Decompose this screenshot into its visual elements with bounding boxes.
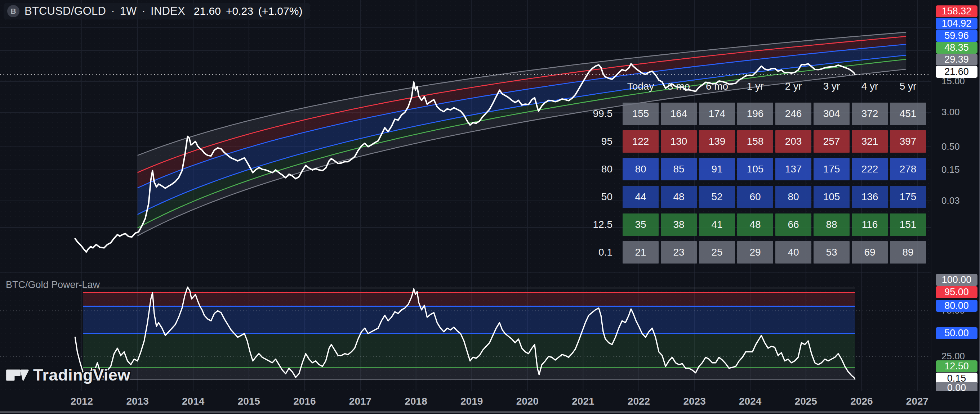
table-column-header: 1 yr <box>737 81 773 92</box>
table-cell: 41 <box>699 214 735 236</box>
table-column-header: 2 yr <box>775 81 811 92</box>
time-axis[interactable]: 2012201320142015201620172018201920202021… <box>0 391 980 414</box>
table-cell: 29 <box>737 241 773 263</box>
table-cell: 155 <box>623 103 659 125</box>
price-axis-badge: 59.96 <box>936 30 977 42</box>
price-axis-tick: 3.00 <box>942 106 960 118</box>
table-cell: 397 <box>890 130 926 153</box>
time-axis-year-label: 2020 <box>516 396 539 407</box>
table-cell: 44 <box>623 186 659 208</box>
table-cell: 38 <box>661 214 697 236</box>
table-cell: 136 <box>852 186 888 208</box>
price-axis-badge: 21.60 <box>936 66 977 78</box>
table-cell: 151 <box>890 214 926 236</box>
table-cell: 105 <box>813 186 850 208</box>
table-cell: 175 <box>890 186 926 208</box>
table-cell: 40 <box>775 241 811 263</box>
window-bottom-edge <box>0 411 980 412</box>
price-axis-badge: 95.00 <box>936 286 977 298</box>
time-axis-year-label: 2015 <box>238 396 260 407</box>
time-axis-year-label: 2019 <box>460 396 483 407</box>
table-cell: 48 <box>737 214 773 236</box>
pane-separator[interactable] <box>0 273 931 273</box>
table-cell: 122 <box>623 130 659 153</box>
symbol-header[interactable]: B BTCUSD/GOLD · 1W · INDEX 21.60 +0.23 (… <box>3 3 310 19</box>
table-cell: 25 <box>699 241 735 263</box>
price-axis-badge: 158.32 <box>936 5 977 17</box>
price-axis-badge: 12.50 <box>936 360 977 372</box>
price-axis-tick: 0.15 <box>942 164 960 175</box>
price-axis-tick: 0.50 <box>942 141 960 152</box>
indicator-label[interactable]: BTC/Gold Power-Law <box>6 279 100 290</box>
table-cell: 196 <box>737 103 773 125</box>
tradingview-logo-text: TradingView <box>33 366 130 384</box>
table-cell: 53 <box>813 241 850 263</box>
last-price: 21.60 <box>194 5 221 17</box>
tradingview-logo[interactable]: TradingView <box>6 366 130 384</box>
table-cell: 164 <box>661 103 697 125</box>
table-column-header: Today <box>623 81 659 92</box>
table-cell: 21 <box>623 241 659 263</box>
table-row-label: 0.1 <box>587 241 620 263</box>
tradingview-chart-window: B BTCUSD/GOLD · 1W · INDEX 21.60 +0.23 (… <box>0 0 980 414</box>
time-axis-year-label: 2021 <box>572 396 594 407</box>
table-cell: 60 <box>737 186 773 208</box>
table-cell: 80 <box>775 186 811 208</box>
price-axis-badge: 104.92 <box>936 17 977 30</box>
price-change: +0.23 <box>226 5 253 17</box>
oscillator-band-fill <box>83 334 855 368</box>
table-cell: 174 <box>699 103 735 125</box>
time-axis-year-label: 2026 <box>850 396 873 407</box>
table-cell: 203 <box>775 130 811 153</box>
broker-logo-icon[interactable]: B <box>7 5 19 17</box>
table-cell: 66 <box>775 214 811 236</box>
price-axis-badge: 80.00 <box>936 300 977 312</box>
price-axis[interactable]: 15.003.000.500.150.0375.0025.00158.32104… <box>931 0 980 391</box>
table-cell: 116 <box>852 214 888 236</box>
table-cell: 130 <box>661 130 697 153</box>
time-axis-year-label: 2018 <box>405 396 427 407</box>
table-column-header: 3 yr <box>813 81 850 92</box>
time-axis-year-label: 2014 <box>182 396 204 407</box>
price-axis-badge: 100.00 <box>936 274 977 286</box>
exchange-label: INDEX <box>151 5 185 17</box>
price-axis-badge: 50.00 <box>936 327 977 339</box>
table-cell: 52 <box>699 186 735 208</box>
time-axis-year-label: 2016 <box>293 396 316 407</box>
table-cell: 139 <box>699 130 735 153</box>
table-cell: 91 <box>699 158 735 180</box>
table-cell: 137 <box>775 158 811 180</box>
tradingview-logo-icon <box>6 366 30 384</box>
table-row-label: 50 <box>587 186 620 208</box>
time-axis-year-label: 2027 <box>906 396 929 407</box>
table-row-label: 12.5 <box>587 214 620 236</box>
oscillator-band-fill <box>83 306 855 334</box>
table-cell: 246 <box>775 103 811 125</box>
time-axis-year-label: 2017 <box>349 396 371 407</box>
table-cell: 88 <box>813 214 850 236</box>
table-cell: 451 <box>890 103 926 125</box>
interval-label[interactable]: 1W <box>120 5 137 17</box>
symbol-name[interactable]: BTCUSD/GOLD <box>24 5 106 17</box>
oscillator-band-fill <box>83 368 855 379</box>
table-column-header: 3 mo <box>661 81 697 92</box>
table-cell: 48 <box>661 186 697 208</box>
table-cell: 80 <box>623 158 659 180</box>
table-column-header: 5 yr <box>890 81 926 92</box>
price-change-percent: (+1.07%) <box>258 5 303 17</box>
table-cell: 85 <box>661 158 697 180</box>
table-cell: 23 <box>661 241 697 263</box>
table-cell: 175 <box>813 158 850 180</box>
time-axis-year-label: 2025 <box>795 396 817 407</box>
table-cell: 35 <box>623 214 659 236</box>
time-axis-year-label: 2022 <box>628 396 650 407</box>
time-axis-year-label: 2024 <box>739 396 761 407</box>
table-row-label: 99.5 <box>587 103 620 125</box>
table-row-label: 95 <box>587 130 620 153</box>
table-cell: 257 <box>813 130 850 153</box>
price-axis-tick: 0.03 <box>942 195 960 206</box>
table-cell: 69 <box>852 241 888 263</box>
table-cell: 304 <box>813 103 850 125</box>
price-axis-badge: 48.35 <box>936 42 977 54</box>
table-corner <box>587 81 620 92</box>
